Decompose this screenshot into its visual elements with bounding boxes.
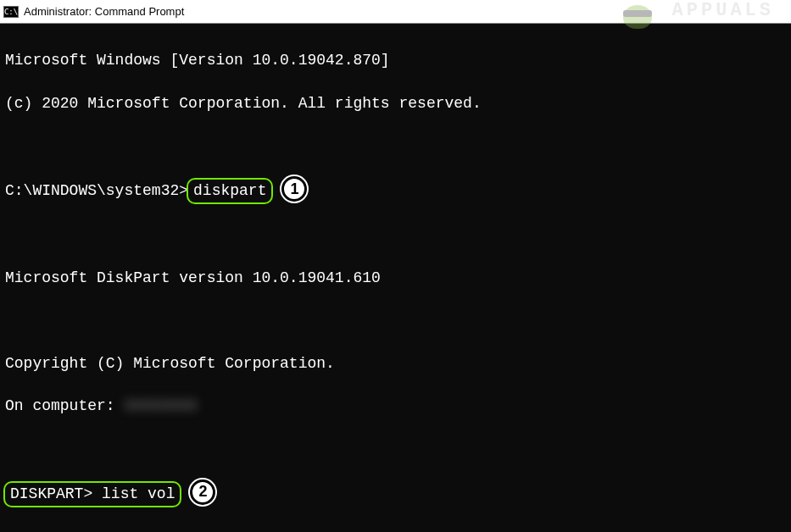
obscured-text: XXXXXXXX <box>124 397 197 414</box>
output-line: Microsoft DiskPart version 10.0.19041.61… <box>5 268 786 289</box>
terminal-output[interactable]: Microsoft Windows [Version 10.0.19042.87… <box>0 24 791 532</box>
annotation-circle-1: 1 <box>281 176 307 202</box>
output-line: Copyright (C) Microsoft Corporation. <box>5 353 786 374</box>
output-line: (c) 2020 Microsoft Corporation. All righ… <box>5 93 786 114</box>
highlighted-command: diskpart <box>187 178 273 204</box>
prompt: C:\WINDOWS\system32> <box>5 182 188 199</box>
annotation-circle-2: 2 <box>190 479 215 505</box>
title-bar: C:\ Administrator: Command Prompt <box>0 0 791 24</box>
highlighted-command: DISKPART> list vol <box>3 481 181 507</box>
output-line: On computer: <box>5 397 124 414</box>
output-line: Microsoft Windows [Version 10.0.19042.87… <box>5 50 786 71</box>
title-text: Administrator: Command Prompt <box>24 5 184 18</box>
cmd-icon: C:\ <box>3 6 19 18</box>
